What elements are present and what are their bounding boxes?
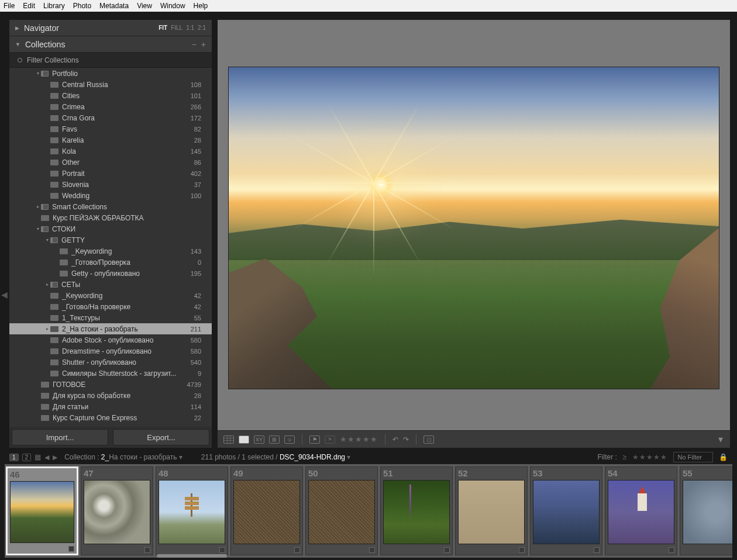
thumbnail[interactable]: 49	[230, 466, 303, 555]
thumbnail[interactable]: 51	[380, 466, 453, 555]
collections-tree[interactable]: ▾PortfolioCentral Russia108Cities101Crim…	[9, 68, 212, 427]
collection-item[interactable]: ГОТОВОЕ4739	[9, 379, 212, 390]
collection-item[interactable]: Курс Capture One Express22	[9, 412, 212, 423]
nav-fwd-icon[interactable]: ▶	[53, 454, 57, 461]
collection-item[interactable]: Getty - опубликовано195	[9, 268, 212, 279]
people-view-icon[interactable]: ☺	[284, 435, 295, 444]
collection-item[interactable]: Для статьи114	[9, 401, 212, 412]
filter-stars[interactable]: ★★★★★	[632, 453, 667, 461]
collection-item[interactable]: _Keywording143	[9, 246, 212, 257]
window-page-2[interactable]: 2	[22, 454, 32, 461]
collection-item[interactable]: 1_Текстуры55	[9, 312, 212, 323]
menu-window[interactable]: Window	[160, 2, 185, 10]
menu-help[interactable]: Help	[194, 2, 208, 10]
navigator-header[interactable]: ▶ Navigator FITFILL1:12:1	[9, 20, 212, 36]
menu-library[interactable]: Library	[43, 2, 65, 10]
menu-edit[interactable]: Edit	[23, 2, 35, 10]
nav-back-icon[interactable]: ◀	[44, 454, 49, 461]
collection-item[interactable]: Для курса по обработке28	[9, 390, 212, 401]
collection-item[interactable]: ▸СЕТы	[9, 279, 212, 290]
zoom-fill[interactable]: FILL	[171, 25, 182, 31]
collection-item[interactable]: Симиляры Shutterstock - загрузит...9	[9, 368, 212, 379]
collection-item[interactable]: Crimea266	[9, 101, 212, 112]
thumb-badge-icon[interactable]	[519, 547, 525, 553]
toolbar-menu-icon[interactable]: ▾	[718, 434, 723, 445]
collection-item[interactable]: Shutter - опубликовано540	[9, 357, 212, 368]
flag-reject-icon[interactable]: ⚑	[325, 435, 335, 444]
tree-arrow-icon[interactable]: ▾	[44, 237, 50, 243]
expand-left-icon[interactable]: ◀	[1, 286, 7, 303]
import-button[interactable]: Import...	[12, 429, 108, 445]
zoom-fit[interactable]: FIT	[159, 25, 167, 31]
collection-item[interactable]: Курс ПЕЙЗАЖ ОБРАБОТКА	[9, 212, 212, 223]
collection-item[interactable]: Central Russia108	[9, 79, 212, 90]
survey-view-icon[interactable]: ⊞	[269, 435, 280, 444]
minus-icon[interactable]: −	[192, 40, 197, 49]
thumb-badge-icon[interactable]	[219, 547, 225, 553]
collection-item[interactable]: ▾Portfolio	[9, 68, 212, 79]
grid-view-icon[interactable]	[223, 435, 234, 444]
thumbnail[interactable]: 54	[605, 466, 677, 555]
collection-item[interactable]: Cities101	[9, 90, 212, 101]
filter-collections-input[interactable]: Filter Collections	[9, 53, 212, 68]
thumbnail[interactable]: 48	[156, 466, 228, 555]
tree-arrow-icon[interactable]: ▸	[44, 326, 50, 331]
thumb-badge-icon[interactable]	[594, 547, 600, 553]
grid-small-icon[interactable]: ▦	[35, 453, 41, 461]
thumb-badge-icon[interactable]	[144, 547, 150, 553]
preview-viewport[interactable]	[218, 20, 730, 430]
redo-icon[interactable]: ↷	[403, 435, 409, 444]
tree-arrow-icon[interactable]: ▾	[35, 71, 41, 76]
collection-item[interactable]: ▸Smart Collections	[9, 201, 212, 212]
collection-item[interactable]: ▾GETTY	[9, 234, 212, 246]
thumb-badge-icon[interactable]	[294, 547, 300, 553]
menubar[interactable]: FileEditLibraryPhotoMetadataViewWindowHe…	[0, 0, 737, 12]
undo-icon[interactable]: ↶	[392, 435, 398, 444]
collection-item[interactable]: Adobe Stock - опубликовано580	[9, 334, 212, 345]
thumb-badge-icon[interactable]	[369, 547, 375, 553]
menu-metadata[interactable]: Metadata	[99, 2, 129, 10]
filmstrip-scrollbar[interactable]	[157, 554, 227, 558]
tree-arrow-icon[interactable]: ▸	[44, 282, 50, 287]
thumb-badge-icon[interactable]	[444, 547, 450, 553]
collection-item[interactable]: Dreamstime - опубликовано580	[9, 345, 212, 357]
thumbnail[interactable]: 55	[680, 466, 732, 555]
thumb-badge-icon[interactable]	[68, 546, 74, 552]
thumbnail[interactable]: 47	[81, 466, 153, 555]
collection-item[interactable]: Wedding100	[9, 190, 212, 201]
loupe-view-icon[interactable]	[239, 435, 249, 444]
thumbnail[interactable]: 46	[6, 466, 78, 555]
rating-stars[interactable]: ★★★★★	[340, 435, 378, 444]
filter-preset-dropdown[interactable]: No Filter	[673, 452, 713, 462]
zoom-1:1[interactable]: 1:1	[186, 25, 194, 31]
thumb-badge-icon[interactable]	[669, 547, 674, 553]
compare-view-icon[interactable]: XY	[254, 435, 264, 444]
navigator-zoom-options[interactable]: FITFILL1:12:1	[159, 25, 206, 31]
menu-view[interactable]: View	[137, 2, 152, 10]
thumbnail[interactable]: 52	[455, 466, 528, 555]
collections-header[interactable]: ▼ Collections − +	[9, 36, 212, 53]
collection-item[interactable]: _Готово/На проверке42	[9, 301, 212, 312]
collection-item[interactable]: _Keywording42	[9, 290, 212, 301]
tree-arrow-icon[interactable]: ▸	[35, 204, 41, 209]
filter-lock-icon[interactable]: 🔒	[719, 453, 728, 461]
collection-item[interactable]: Other86	[9, 157, 212, 168]
tree-arrow-icon[interactable]: ▾	[35, 226, 41, 231]
collection-item[interactable]: Portrait402	[9, 168, 212, 179]
collection-item[interactable]: ▸2_На стоки - разобрать211	[9, 323, 212, 334]
zoom-2:1[interactable]: 2:1	[198, 25, 206, 31]
collection-item[interactable]: Slovenia37	[9, 179, 212, 190]
menu-file[interactable]: File	[4, 2, 15, 10]
plus-icon[interactable]: +	[201, 40, 206, 49]
export-button[interactable]: Export...	[113, 429, 209, 445]
collection-item[interactable]: _Готово/Проверка0	[9, 257, 212, 268]
crop-frame-icon[interactable]: ◻	[423, 435, 434, 444]
menu-photo[interactable]: Photo	[73, 2, 91, 10]
thumbnail[interactable]: 50	[305, 466, 378, 555]
collection-item[interactable]: ▾СТОКИ	[9, 223, 212, 234]
window-page-1[interactable]: 1	[9, 454, 19, 461]
collection-item[interactable]: Crna Gora172	[9, 112, 212, 123]
collection-item[interactable]: Favs82	[9, 123, 212, 134]
collection-item[interactable]: Karelia28	[9, 134, 212, 146]
filmstrip[interactable]: 46474849505152535455	[5, 464, 732, 558]
